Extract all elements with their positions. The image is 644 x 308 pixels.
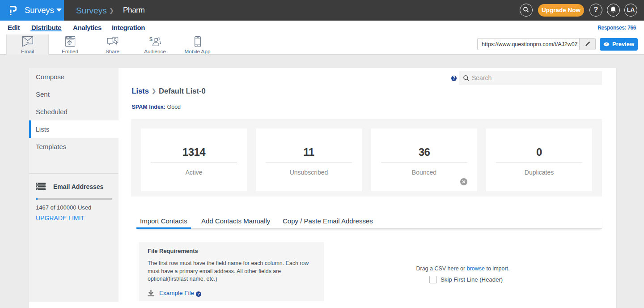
svg-text:$: $ (149, 36, 153, 43)
